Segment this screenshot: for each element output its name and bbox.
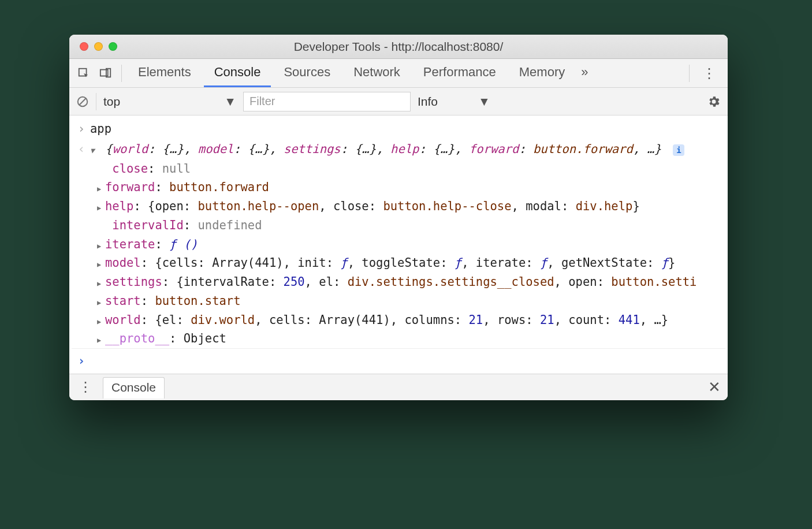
prop-close[interactable]: close: null [97,159,725,178]
zoom-window-button[interactable] [109,42,117,51]
caret-icon[interactable] [97,330,105,348]
drawer-tab-console[interactable]: Console [103,377,165,398]
devtools-menu-icon[interactable]: ⋮ [695,65,723,81]
output-chevron-icon: ‹ [75,140,88,158]
console-input-row[interactable]: › app [72,119,725,139]
object-summary[interactable]: {world: {…}, model: {…}, settings: {…}, … [88,140,720,158]
console-output: › app ‹ {world: {…}, model: {…}, setting… [69,116,728,374]
window-titlebar: Developer Tools - http://localhost:8080/ [69,35,728,59]
drawer-menu-icon[interactable]: ⋮ [76,379,95,395]
tab-memory[interactable]: Memory [509,59,575,87]
context-select[interactable]: top ▼ [103,95,236,109]
drawer-close-icon[interactable]: ✕ [708,378,721,396]
object-tree: close: null forward: button.forward help… [72,159,725,349]
window-title: Developer Tools - http://localhost:8080/ [69,40,728,54]
traffic-lights [69,42,117,51]
tab-console[interactable]: Console [204,59,271,87]
expand-caret-icon[interactable] [90,140,98,158]
minimize-window-button[interactable] [94,42,103,51]
drawer: ⋮ Console ✕ [69,374,728,400]
caret-icon[interactable] [97,273,105,291]
clear-console-icon[interactable] [76,95,89,108]
caret-icon[interactable] [97,292,105,310]
inspect-icon[interactable] [74,64,94,83]
console-settings-icon[interactable] [707,95,721,109]
prop-start[interactable]: start: button.start [97,292,725,311]
loglevel-value: Info [418,95,438,109]
input-chevron-icon: › [75,120,88,138]
prop-intervalid[interactable]: intervalId: undefined [97,216,725,235]
info-badge-icon[interactable]: i [673,144,684,156]
prop-help[interactable]: help: {open: button.help--open, close: b… [97,197,725,216]
tab-elements[interactable]: Elements [128,59,202,87]
chevron-down-icon: ▼ [478,95,490,109]
console-result-row[interactable]: ‹ {world: {…}, model: {…}, settings: {…}… [72,139,725,159]
prompt-chevron-icon: › [75,352,88,370]
loglevel-select[interactable]: Info ▼ [418,95,490,109]
tab-sources[interactable]: Sources [273,59,341,87]
console-input-text: app [88,120,720,138]
prop-iterate[interactable]: iterate: ƒ () [97,235,725,254]
caret-icon[interactable] [97,311,105,329]
console-toolbar: top ▼ Info ▼ [69,88,728,116]
prop-proto[interactable]: __proto__: Object [97,329,725,348]
tab-divider-right [689,65,690,82]
tab-network[interactable]: Network [343,59,411,87]
caret-icon[interactable] [97,236,105,254]
chevron-down-icon: ▼ [224,95,236,109]
prop-world[interactable]: world: {el: div.world, cells: Array(441)… [97,311,725,330]
devtools-window: Developer Tools - http://localhost:8080/… [69,35,728,400]
tab-divider [121,65,122,82]
tabs-overflow[interactable]: » [578,59,591,87]
tab-performance[interactable]: Performance [413,59,506,87]
caret-icon[interactable] [97,254,105,272]
svg-line-4 [79,98,86,105]
caret-icon[interactable] [97,178,105,196]
console-prompt[interactable]: › [72,348,725,371]
prop-settings[interactable]: settings: {intervalRate: 250, el: div.se… [97,273,725,292]
caret-icon[interactable] [97,198,105,215]
filter-input[interactable] [243,92,411,111]
prop-model[interactable]: model: {cells: Array(441), init: ƒ, togg… [97,254,725,273]
device-toolbar-icon[interactable] [96,64,116,83]
toolbar-divider [96,93,96,110]
panel-tabs: Elements Console Sources Network Perform… [69,59,728,88]
context-select-value: top [103,95,120,109]
close-window-button[interactable] [80,42,88,51]
prop-forward[interactable]: forward: button.forward [97,178,725,197]
